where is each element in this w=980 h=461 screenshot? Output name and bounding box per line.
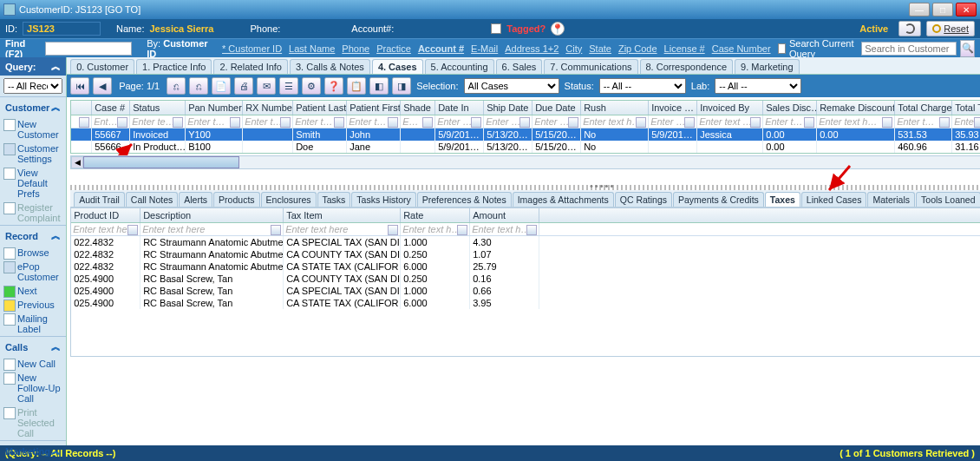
scroll-left-icon[interactable]: ◀: [71, 156, 83, 168]
find-field-link[interactable]: Zip Code: [617, 43, 659, 54]
sidebar-item[interactable]: Mailing Label: [0, 312, 66, 336]
taxes-row[interactable]: 022.4832RC Straumann Anatomic AbutmentCA…: [71, 236, 980, 248]
sidebar-item[interactable]: New Call: [0, 357, 66, 371]
tool-8[interactable]: ❓: [324, 77, 343, 95]
find-field-link[interactable]: * Customer ID: [220, 43, 284, 54]
close-button[interactable]: ✕: [956, 3, 977, 16]
section-tab[interactable]: 9. Marketing: [735, 59, 800, 74]
panel-header[interactable]: Calls︽: [0, 337, 66, 357]
detail-tab[interactable]: Taxes: [765, 192, 800, 207]
section-tab[interactable]: 8. Correspondence: [640, 59, 734, 74]
sidebar-item[interactable]: New Follow-Up Call: [0, 371, 66, 405]
column-filter[interactable]: Enter t…: [243, 115, 293, 128]
column-filter[interactable]: Enter text h…: [401, 223, 470, 235]
column-filter[interactable]: Enter t: [952, 115, 980, 128]
detail-tab[interactable]: Images & Attachments: [513, 192, 614, 207]
find-field-link[interactable]: Practice: [375, 43, 413, 54]
tool-2[interactable]: ⎌: [189, 77, 208, 95]
find-field-link[interactable]: Case Number: [710, 43, 773, 54]
column-header[interactable]: Status: [130, 101, 186, 115]
sidebar-item[interactable]: New Customer: [0, 117, 66, 142]
column-header[interactable]: Description: [140, 208, 284, 222]
column-filter[interactable]: Enter …: [435, 115, 484, 128]
section-tab[interactable]: 5. Accounting: [425, 59, 494, 74]
section-tab[interactable]: 6. Sales: [496, 59, 543, 74]
column-filter[interactable]: Enter text h…: [581, 115, 649, 128]
detail-tab[interactable]: Products: [213, 192, 259, 207]
find-field-link[interactable]: Last Name: [287, 43, 336, 54]
selection-combo[interactable]: All Cases: [464, 78, 559, 94]
search-current-query-checkbox[interactable]: [778, 43, 786, 54]
search-customer-button[interactable]: 🔍: [960, 40, 975, 57]
sidebar-item[interactable]: Browse: [0, 246, 66, 260]
by-combo[interactable]: By: Customer ID: [147, 38, 210, 59]
find-field-link[interactable]: Phone: [340, 43, 371, 54]
find-field-link[interactable]: State: [587, 43, 613, 54]
tool-6[interactable]: ☰: [279, 77, 298, 95]
column-header[interactable]: Remake Discount: [817, 101, 895, 115]
tool-7[interactable]: ⚙: [302, 77, 321, 95]
column-header[interactable]: [71, 101, 92, 115]
column-header[interactable]: Total Charge: [895, 101, 952, 115]
tool-4[interactable]: 🖨: [234, 77, 253, 95]
column-header[interactable]: Product ID: [71, 208, 140, 222]
detail-tab[interactable]: QC Ratings: [615, 192, 672, 207]
column-header[interactable]: Rate: [401, 208, 470, 222]
maximize-button[interactable]: □: [932, 3, 953, 16]
reset-button[interactable]: Reset: [926, 21, 975, 36]
column-filter[interactable]: Enter te…: [130, 115, 186, 128]
column-filter[interactable]: Enter text h…: [817, 115, 895, 128]
id-value[interactable]: JS123: [23, 22, 101, 36]
detail-tab[interactable]: Preferences & Notes: [417, 192, 512, 207]
column-header[interactable]: Case #: [92, 101, 130, 115]
sidebar-item[interactable]: Previous: [0, 298, 66, 312]
tool-11[interactable]: ◨: [392, 77, 411, 95]
column-header[interactable]: Rush: [581, 101, 649, 115]
taxes-row[interactable]: 025.4900RC Basal Screw, TanCA COUNTY TAX…: [71, 273, 980, 285]
column-filter[interactable]: Enter …: [484, 115, 532, 128]
column-filter[interactable]: Enter text here: [71, 223, 140, 235]
sidebar-item[interactable]: View Default Prefs: [0, 166, 66, 201]
column-filter[interactable]: Ent…: [92, 115, 130, 128]
panel-header[interactable]: Record︽: [0, 226, 66, 246]
detail-tab[interactable]: Alerts: [179, 192, 212, 207]
column-header[interactable]: Invoice …: [649, 101, 697, 115]
cases-row[interactable]: 55667InvoicedY100SmithJohn5/9/201…5/13/2…: [71, 128, 980, 141]
column-header[interactable]: Amount: [470, 208, 539, 222]
panel-header[interactable]: Marketing︽: [0, 441, 66, 461]
column-header[interactable]: Total T: [952, 101, 980, 115]
column-header[interactable]: Patient First: [347, 101, 401, 115]
column-filter[interactable]: Enter text here: [140, 223, 284, 235]
detail-tab[interactable]: Tools Loaned: [916, 192, 980, 207]
taxes-row[interactable]: 025.4900RC Basal Screw, TanCA STATE TAX …: [71, 297, 980, 309]
column-filter[interactable]: Enter …: [649, 115, 697, 128]
nav-prev-button[interactable]: ◀: [93, 77, 112, 95]
query-combo[interactable]: -- All Records --: [3, 78, 62, 94]
status-combo[interactable]: -- All --: [599, 78, 686, 94]
column-header[interactable]: Date In: [435, 101, 484, 115]
sidebar-item[interactable]: Customer Settings: [0, 142, 66, 166]
tool-9[interactable]: 📋: [347, 77, 366, 95]
section-tab[interactable]: 3. Calls & Notes: [290, 59, 370, 74]
column-header[interactable]: Pan Number: [186, 101, 243, 115]
search-customer-input[interactable]: [861, 42, 957, 56]
tagged-checkbox[interactable]: [491, 23, 501, 34]
tool-1[interactable]: ⎌: [167, 77, 186, 95]
detail-tab[interactable]: Audit Trail: [74, 192, 125, 207]
sidebar-item[interactable]: Next: [0, 284, 66, 298]
column-header[interactable]: Shade: [401, 101, 435, 115]
sidebar-item[interactable]: ePop Customer: [0, 260, 66, 284]
refresh-button[interactable]: [898, 21, 921, 36]
column-header[interactable]: Invoiced By: [697, 101, 763, 115]
tool-5[interactable]: ✉: [257, 77, 276, 95]
column-filter[interactable]: Enter t…: [347, 115, 401, 128]
section-tab[interactable]: 0. Customer: [70, 59, 134, 74]
column-header[interactable]: Tax Item: [284, 208, 401, 222]
detail-tab[interactable]: Materials: [867, 192, 915, 207]
detail-tab[interactable]: Linked Cases: [801, 192, 867, 207]
lab-combo[interactable]: -- All --: [715, 78, 801, 94]
detail-tab[interactable]: Payments & Credits: [673, 192, 764, 207]
tool-3[interactable]: 📄: [212, 77, 231, 95]
taxes-row[interactable]: 022.4832RC Straumann Anatomic AbutmentCA…: [71, 248, 980, 260]
detail-tab[interactable]: Enclosures: [261, 192, 317, 207]
